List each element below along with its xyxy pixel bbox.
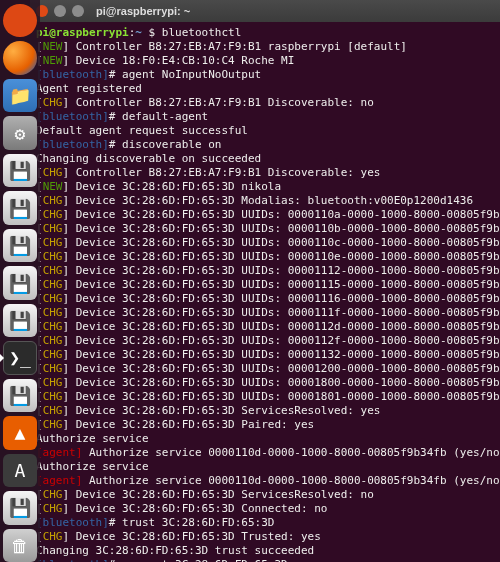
- term-line: [agent] Authorize service 0000110d-0000-…: [36, 474, 500, 487]
- term-line: [bluetooth]# discoverable on: [36, 138, 221, 151]
- minimize-icon[interactable]: [54, 5, 66, 17]
- prompt-path: ~: [135, 26, 142, 39]
- term-line: Changing discoverable on succeeded: [36, 152, 261, 165]
- term-line: [agent] Authorize service 0000110d-0000-…: [36, 446, 500, 459]
- term-line: [CHG] Device 3C:28:6D:FD:65:3D UUIDs: 00…: [36, 376, 500, 389]
- term-line: [bluetooth]# trust 3C:28:6D:FD:65:3D: [36, 516, 274, 529]
- drive-icon[interactable]: 💾: [3, 229, 37, 262]
- trash-icon[interactable]: 🗑: [3, 529, 37, 562]
- maximize-icon[interactable]: [72, 5, 84, 17]
- term-line: [CHG] Device 3C:28:6D:FD:65:3D UUIDs: 00…: [36, 292, 500, 305]
- term-line: [NEW] Device 18:F0:E4:CB:10:C4 Roche MI: [36, 54, 294, 67]
- term-line: [CHG] Device 3C:28:6D:FD:65:3D ServicesR…: [36, 488, 374, 501]
- vlc-icon[interactable]: ▲: [3, 416, 37, 449]
- term-line: [CHG] Device 3C:28:6D:FD:65:3D UUIDs: 00…: [36, 236, 500, 249]
- term-line: [CHG] Device 3C:28:6D:FD:65:3D Paired: y…: [36, 418, 314, 431]
- terminal-body[interactable]: pi@raspberrypi:~ $ bluetoothctl [NEW] Co…: [30, 22, 500, 562]
- term-line: [bluetooth]# agent NoInputNoOutput: [36, 68, 261, 81]
- term-line: [CHG] Device 3C:28:6D:FD:65:3D UUIDs: 00…: [36, 306, 500, 319]
- term-line: Default agent request successful: [36, 124, 248, 137]
- dash-icon[interactable]: [3, 4, 37, 37]
- term-line: [NEW] Device 3C:28:6D:FD:65:3D nikola: [36, 180, 281, 193]
- drive-icon[interactable]: 💾: [3, 491, 37, 524]
- term-line: [CHG] Controller B8:27:EB:A7:F9:B1 Disco…: [36, 96, 374, 109]
- term-line: [CHG] Device 3C:28:6D:FD:65:3D UUIDs: 00…: [36, 250, 500, 263]
- drive-icon[interactable]: 💾: [3, 154, 37, 187]
- terminal-window: pi@raspberrypi: ~ pi@raspberrypi:~ $ blu…: [30, 0, 500, 562]
- term-line: [CHG] Device 3C:28:6D:FD:65:3D Modalias:…: [36, 194, 473, 207]
- term-line: Authorize service: [36, 460, 149, 473]
- term-line: [CHG] Device 3C:28:6D:FD:65:3D Connected…: [36, 502, 327, 515]
- drive-icon[interactable]: 💾: [3, 304, 37, 337]
- window-title: pi@raspberrypi: ~: [96, 5, 190, 17]
- term-line: [CHG] Device 3C:28:6D:FD:65:3D UUIDs: 00…: [36, 334, 500, 347]
- term-line: [CHG] Controller B8:27:EB:A7:F9:B1 Disco…: [36, 166, 380, 179]
- prompt-user: pi@raspberrypi: [36, 26, 129, 39]
- term-line: Authorize service: [36, 432, 149, 445]
- firefox-icon[interactable]: [3, 41, 37, 74]
- term-line: [CHG] Device 3C:28:6D:FD:65:3D Trusted: …: [36, 530, 321, 543]
- term-line: [NEW] Controller B8:27:EB:A7:F9:B1 raspb…: [36, 40, 407, 53]
- term-line: [CHG] Device 3C:28:6D:FD:65:3D UUIDs: 00…: [36, 320, 500, 333]
- app-tool-icon[interactable]: ⚙: [3, 116, 37, 149]
- term-line: [CHG] Device 3C:28:6D:FD:65:3D ServicesR…: [36, 404, 380, 417]
- terminal-icon[interactable]: ❯_: [3, 341, 37, 375]
- titlebar[interactable]: pi@raspberrypi: ~: [30, 0, 500, 22]
- term-line: Changing 3C:28:6D:FD:65:3D trust succeed…: [36, 544, 314, 557]
- term-line: [CHG] Device 3C:28:6D:FD:65:3D UUIDs: 00…: [36, 278, 500, 291]
- drive-icon[interactable]: 💾: [3, 191, 37, 224]
- drive-icon[interactable]: 💾: [3, 379, 37, 412]
- term-line: [CHG] Device 3C:28:6D:FD:65:3D UUIDs: 00…: [36, 390, 500, 403]
- software-updater-icon[interactable]: A: [3, 454, 37, 487]
- term-line: [CHG] Device 3C:28:6D:FD:65:3D UUIDs: 00…: [36, 208, 500, 221]
- term-line: [CHG] Device 3C:28:6D:FD:65:3D UUIDs: 00…: [36, 264, 500, 277]
- term-line: Agent registered: [36, 82, 142, 95]
- term-line: [bluetooth]# connect 3C:28:6D:FD:65:3D: [36, 558, 288, 562]
- unity-launcher: 📁 ⚙ 💾 💾 💾 💾 💾 ❯_ 💾 ▲ A 💾 🗑: [0, 0, 40, 562]
- typed-command: bluetoothctl: [162, 26, 241, 39]
- term-line: [bluetooth]# default-agent: [36, 110, 208, 123]
- drive-icon[interactable]: 💾: [3, 266, 37, 299]
- term-line: [CHG] Device 3C:28:6D:FD:65:3D UUIDs: 00…: [36, 348, 500, 361]
- files-icon[interactable]: 📁: [3, 79, 37, 112]
- term-line: [CHG] Device 3C:28:6D:FD:65:3D UUIDs: 00…: [36, 222, 500, 235]
- term-line: [CHG] Device 3C:28:6D:FD:65:3D UUIDs: 00…: [36, 362, 500, 375]
